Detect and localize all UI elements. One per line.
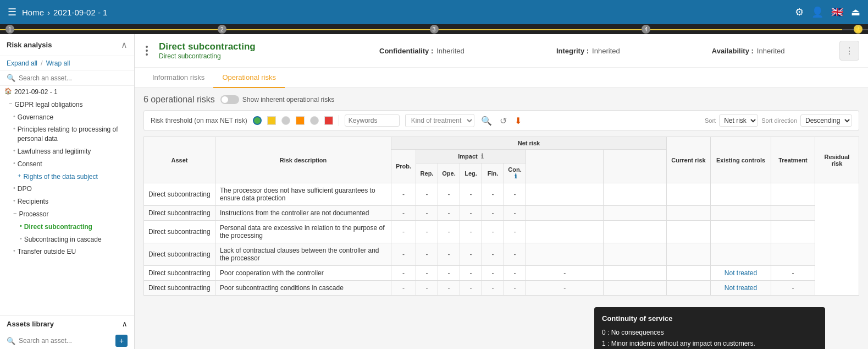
row2-asset: Direct subcontracting xyxy=(144,206,215,221)
yellow-square[interactable] xyxy=(267,116,276,125)
sort-select[interactable]: Net risk xyxy=(719,114,758,127)
progress-node-3[interactable]: 3 xyxy=(430,25,439,34)
row6-rep: - xyxy=(416,281,438,296)
progress-node-2[interactable]: 2 xyxy=(218,25,226,34)
gear-icon[interactable]: ⚙ xyxy=(795,6,804,18)
page-title: 2021-09-02 - 1 xyxy=(53,8,107,17)
tree-item-lawfulness[interactable]: • Lawfulness and legitimity xyxy=(0,145,134,158)
con-info-icon[interactable]: ℹ xyxy=(515,173,517,179)
content-subtitle: Direct subcontracting xyxy=(159,52,325,60)
th-asset: Asset xyxy=(144,137,215,183)
progress-node-4[interactable]: 4 xyxy=(642,25,650,34)
dot-icon-lawfulness: • xyxy=(13,147,15,154)
dot-icon-transfer: • xyxy=(13,247,15,254)
dot-icon-cascade: • xyxy=(20,235,22,242)
exit-icon[interactable]: ⏏ xyxy=(851,6,860,18)
tree-item-root[interactable]: 🏠 2021-09-02 - 1 xyxy=(0,86,134,99)
assets-search-input[interactable] xyxy=(19,337,112,345)
keywords-input[interactable] xyxy=(345,114,400,127)
continuity-tooltip: Continuity of service 0 : No consequence… xyxy=(594,307,825,349)
dot-icon-consent: • xyxy=(13,160,15,166)
red-square[interactable] xyxy=(324,116,333,125)
tree-item-gdpr[interactable]: − GDPR legal obligations xyxy=(0,99,134,111)
tree-item-consent[interactable]: • Consent xyxy=(0,158,134,171)
kind-of-treatment-select[interactable]: Kind of treatment xyxy=(405,114,474,127)
tooltip-item-0: 0 : No consequences xyxy=(602,327,817,338)
tree-label-dpo: DPO xyxy=(18,184,32,194)
tree-item-transfer[interactable]: • Transfer outside EU xyxy=(0,246,134,258)
tree-item-principles[interactable]: • Principles relating to processing of p… xyxy=(0,123,134,145)
table-row: Direct subcontracting Personal data are … xyxy=(144,221,859,243)
search-filter-icon[interactable]: 🔍 xyxy=(480,116,493,126)
tree-item-recipients[interactable]: • Recipients xyxy=(0,195,134,208)
tree-label-transfer: Transfer outside EU xyxy=(18,247,76,257)
dot-icon-governance: • xyxy=(13,113,15,119)
not-treated-link-6[interactable]: Not treated xyxy=(725,284,757,292)
row1-desc: The processor does not have sufficient g… xyxy=(215,183,391,206)
tree-item-cascade[interactable]: • Subcontracting in cascade xyxy=(0,233,134,246)
gray-circle[interactable] xyxy=(281,116,290,125)
orange-square[interactable] xyxy=(296,116,305,125)
not-treated-link-5[interactable]: Not treated xyxy=(725,269,757,277)
row3-residual xyxy=(771,221,815,243)
tree-item-governance[interactable]: • Governance xyxy=(0,111,134,124)
assets-section: Assets library ∧ 🔍 + xyxy=(0,315,134,349)
row6-treatment[interactable]: Not treated xyxy=(711,281,771,296)
content-more-btn[interactable]: ⋮ xyxy=(839,41,859,61)
row1-prob: - xyxy=(391,183,416,206)
options-dots-btn[interactable] xyxy=(143,43,150,58)
row3-existing xyxy=(667,221,711,243)
row5-rep: - xyxy=(416,266,438,281)
green-circle[interactable] xyxy=(253,116,262,125)
home-link[interactable]: Home xyxy=(22,8,44,17)
row3-desc: Personal data are excessive in relation … xyxy=(215,221,391,243)
tab-operational-risks[interactable]: Operational risks xyxy=(213,68,285,88)
progress-node-1[interactable]: 1 xyxy=(5,25,14,34)
th-impact: Impact ℹ xyxy=(416,150,526,163)
table-row: Direct subcontracting Poor subcontractin… xyxy=(144,281,859,296)
download-filter-icon[interactable]: ⬇ xyxy=(513,116,523,126)
assets-add-button[interactable]: + xyxy=(115,335,128,347)
toggle-track[interactable] xyxy=(220,95,239,104)
tooltip-item-1: 1 : Minor incidents without any impact o… xyxy=(602,338,817,349)
filter-divider xyxy=(339,115,339,126)
progress-node-5[interactable]: ⭐ xyxy=(854,25,863,34)
sidebar: Risk analysis ∧ Expand all / Wrap all 🔍 … xyxy=(0,34,135,349)
confidentiality-value: Inherited xyxy=(436,47,465,55)
menu-icon[interactable]: ☰ xyxy=(8,6,16,18)
sort-dir-select[interactable]: Descending xyxy=(800,114,852,127)
impact-info-icon[interactable]: ℹ xyxy=(481,152,484,160)
sidebar-title: Risk analysis xyxy=(7,41,52,49)
th-placeholder xyxy=(604,150,667,183)
topbar-icons: ⚙ 👤 🇬🇧 ⏏ xyxy=(795,6,860,18)
row1-residual xyxy=(771,183,815,206)
tree-item-processor[interactable]: − Processor xyxy=(0,208,134,221)
tab-information-risks[interactable]: Information risks xyxy=(143,68,213,88)
toggle-switch[interactable]: Show inherent operational risks xyxy=(220,95,334,104)
row5-treatment[interactable]: Not treated xyxy=(711,266,771,281)
row3-current xyxy=(526,221,604,243)
tree-item-dpo[interactable]: • DPO xyxy=(0,183,134,195)
th-current-risk: Current risk xyxy=(667,137,711,183)
sidebar-search-input[interactable] xyxy=(19,74,128,82)
flag-icon[interactable]: 🇬🇧 xyxy=(831,6,843,18)
tree-item-rights[interactable]: + Rights of the data subject xyxy=(0,171,134,183)
sidebar-collapse-icon[interactable]: ∧ xyxy=(121,40,128,50)
tree-label-governance: Governance xyxy=(18,113,53,122)
assets-header[interactable]: Assets library ∧ xyxy=(0,315,134,332)
progress-nodes: 1 2 3 4 ⭐ xyxy=(5,25,863,34)
gray2-circle[interactable] xyxy=(310,116,319,125)
wrap-all-btn[interactable]: Wrap all xyxy=(46,59,70,67)
row4-leg: - xyxy=(460,243,482,266)
row5-ope: - xyxy=(438,266,460,281)
user-icon[interactable]: 👤 xyxy=(811,6,823,18)
sort-section: Sort Net risk Sort direction Descending xyxy=(705,114,852,127)
tree-item-direct-subcontracting[interactable]: • Direct subcontracting xyxy=(0,221,134,233)
row1-con: - xyxy=(504,183,526,206)
tree-label-rights: Rights of the data subject xyxy=(23,172,97,182)
row1-fin: - xyxy=(482,183,504,206)
dot-icon-recipients: • xyxy=(13,197,15,204)
expand-all-btn[interactable]: Expand all xyxy=(7,59,37,67)
refresh-filter-icon[interactable]: ↺ xyxy=(499,116,508,126)
tree-label-processor: Processor xyxy=(19,210,48,219)
